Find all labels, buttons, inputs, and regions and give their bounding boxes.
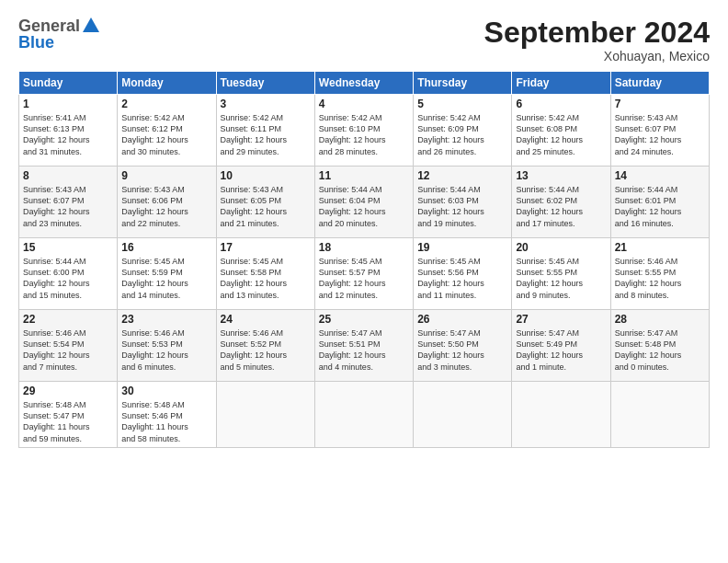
day-info: Sunrise: 5:45 AM Sunset: 5:56 PM Dayligh… [417,256,507,301]
calendar-cell [414,382,512,448]
day-info: Sunrise: 5:42 AM Sunset: 6:11 PM Dayligh… [221,112,311,157]
day-info: Sunrise: 5:42 AM Sunset: 6:10 PM Dayligh… [319,112,409,157]
calendar-cell: 7Sunrise: 5:43 AM Sunset: 6:07 PM Daylig… [610,95,709,167]
calendar-cell: 24Sunrise: 5:46 AM Sunset: 5:52 PM Dayli… [216,310,314,382]
day-number: 5 [417,98,507,110]
day-info: Sunrise: 5:43 AM Sunset: 6:05 PM Dayligh… [221,184,311,229]
day-number: 9 [121,169,211,182]
day-number: 3 [221,98,311,110]
day-info: Sunrise: 5:44 AM Sunset: 6:04 PM Dayligh… [319,184,409,229]
calendar-cell: 8Sunrise: 5:43 AM Sunset: 6:07 PM Daylig… [19,167,118,238]
calendar-cell: 27Sunrise: 5:47 AM Sunset: 5:49 PM Dayli… [512,310,610,382]
calendar-cell: 28Sunrise: 5:47 AM Sunset: 5:48 PM Dayli… [610,310,709,382]
day-number: 19 [417,241,507,254]
day-number: 23 [121,313,211,326]
day-number: 6 [516,98,606,110]
day-info: Sunrise: 5:47 AM Sunset: 5:48 PM Dayligh… [615,327,705,373]
day-info: Sunrise: 5:48 AM Sunset: 5:46 PM Dayligh… [121,399,211,444]
day-number: 25 [319,313,409,326]
calendar-table: SundayMondayTuesdayWednesdayThursdayFrid… [18,71,710,448]
day-info: Sunrise: 5:43 AM Sunset: 6:07 PM Dayligh… [615,112,705,157]
day-info: Sunrise: 5:45 AM Sunset: 5:58 PM Dayligh… [221,256,311,301]
day-info: Sunrise: 5:46 AM Sunset: 5:54 PM Dayligh… [23,327,113,373]
day-number: 24 [221,313,311,326]
calendar-cell [216,382,314,448]
day-number: 1 [23,98,113,110]
day-number: 28 [615,313,705,326]
day-info: Sunrise: 5:43 AM Sunset: 6:06 PM Dayligh… [121,184,211,229]
calendar-cell: 29Sunrise: 5:48 AM Sunset: 5:47 PM Dayli… [19,382,118,448]
calendar-cell: 20Sunrise: 5:45 AM Sunset: 5:55 PM Dayli… [512,238,610,310]
calendar-cell: 15Sunrise: 5:44 AM Sunset: 6:00 PM Dayli… [19,238,118,310]
day-number: 18 [319,241,409,254]
day-number: 4 [319,98,409,110]
weekday-header: Monday [118,72,216,95]
day-info: Sunrise: 5:45 AM Sunset: 5:55 PM Dayligh… [516,256,606,301]
logo-general: General [18,17,80,35]
day-info: Sunrise: 5:45 AM Sunset: 5:59 PM Dayligh… [121,256,211,301]
weekday-header: Sunday [19,72,118,95]
calendar-cell: 18Sunrise: 5:45 AM Sunset: 5:57 PM Dayli… [314,238,413,310]
calendar-cell [512,382,610,448]
day-number: 17 [221,241,311,254]
day-info: Sunrise: 5:47 AM Sunset: 5:49 PM Dayligh… [516,327,606,373]
day-number: 16 [121,241,211,254]
calendar-cell: 1Sunrise: 5:41 AM Sunset: 6:13 PM Daylig… [19,95,118,167]
day-info: Sunrise: 5:47 AM Sunset: 5:51 PM Dayligh… [319,327,409,373]
logo-blue: Blue [18,34,101,52]
day-number: 10 [221,169,311,182]
day-info: Sunrise: 5:46 AM Sunset: 5:53 PM Dayligh… [121,327,211,373]
calendar-cell: 17Sunrise: 5:45 AM Sunset: 5:58 PM Dayli… [216,238,314,310]
calendar-cell: 10Sunrise: 5:43 AM Sunset: 6:05 PM Dayli… [216,167,314,238]
day-number: 29 [23,385,113,397]
calendar-cell: 25Sunrise: 5:47 AM Sunset: 5:51 PM Dayli… [314,310,413,382]
day-info: Sunrise: 5:43 AM Sunset: 6:07 PM Dayligh… [23,184,113,229]
svg-marker-0 [83,17,99,32]
calendar-cell: 12Sunrise: 5:44 AM Sunset: 6:03 PM Dayli… [414,167,512,238]
day-info: Sunrise: 5:41 AM Sunset: 6:13 PM Dayligh… [23,112,113,157]
day-info: Sunrise: 5:48 AM Sunset: 5:47 PM Dayligh… [23,399,113,444]
day-number: 22 [23,313,113,326]
day-number: 30 [121,385,211,397]
day-number: 15 [23,241,113,254]
day-info: Sunrise: 5:44 AM Sunset: 6:00 PM Dayligh… [23,256,113,301]
day-number: 12 [417,169,507,182]
logo: General Blue [18,17,101,52]
day-info: Sunrise: 5:42 AM Sunset: 6:09 PM Dayligh… [417,112,507,157]
day-number: 11 [319,169,409,182]
day-info: Sunrise: 5:42 AM Sunset: 6:08 PM Dayligh… [516,112,606,157]
calendar-cell: 13Sunrise: 5:44 AM Sunset: 6:02 PM Dayli… [512,167,610,238]
day-info: Sunrise: 5:44 AM Sunset: 6:01 PM Dayligh… [615,184,705,229]
calendar-cell [610,382,709,448]
weekday-header: Friday [512,72,610,95]
calendar-cell: 11Sunrise: 5:44 AM Sunset: 6:04 PM Dayli… [314,167,413,238]
day-info: Sunrise: 5:44 AM Sunset: 6:02 PM Dayligh… [516,184,606,229]
calendar-cell: 23Sunrise: 5:46 AM Sunset: 5:53 PM Dayli… [118,310,216,382]
day-number: 13 [516,169,606,182]
day-number: 7 [615,98,705,110]
calendar-cell: 6Sunrise: 5:42 AM Sunset: 6:08 PM Daylig… [512,95,610,167]
page-header: General Blue September 2024 Xohuayan, Me… [18,17,710,63]
calendar-cell: 19Sunrise: 5:45 AM Sunset: 5:56 PM Dayli… [414,238,512,310]
day-info: Sunrise: 5:44 AM Sunset: 6:03 PM Dayligh… [417,184,507,229]
day-number: 26 [417,313,507,326]
calendar-cell: 4Sunrise: 5:42 AM Sunset: 6:10 PM Daylig… [314,95,413,167]
title-block: September 2024 Xohuayan, Mexico [484,17,710,63]
weekday-header: Thursday [414,72,512,95]
calendar-cell: 9Sunrise: 5:43 AM Sunset: 6:06 PM Daylig… [118,167,216,238]
calendar-cell [314,382,413,448]
day-info: Sunrise: 5:45 AM Sunset: 5:57 PM Dayligh… [319,256,409,301]
calendar-cell: 30Sunrise: 5:48 AM Sunset: 5:46 PM Dayli… [118,382,216,448]
day-number: 14 [615,169,705,182]
calendar-cell: 22Sunrise: 5:46 AM Sunset: 5:54 PM Dayli… [19,310,118,382]
calendar-cell: 14Sunrise: 5:44 AM Sunset: 6:01 PM Dayli… [610,167,709,238]
day-number: 20 [516,241,606,254]
day-info: Sunrise: 5:46 AM Sunset: 5:55 PM Dayligh… [615,256,705,301]
calendar-cell: 2Sunrise: 5:42 AM Sunset: 6:12 PM Daylig… [118,95,216,167]
day-info: Sunrise: 5:47 AM Sunset: 5:50 PM Dayligh… [417,327,507,373]
weekday-header: Tuesday [216,72,314,95]
calendar-cell: 3Sunrise: 5:42 AM Sunset: 6:11 PM Daylig… [216,95,314,167]
calendar-cell: 5Sunrise: 5:42 AM Sunset: 6:09 PM Daylig… [414,95,512,167]
calendar-cell: 16Sunrise: 5:45 AM Sunset: 5:59 PM Dayli… [118,238,216,310]
day-info: Sunrise: 5:42 AM Sunset: 6:12 PM Dayligh… [121,112,211,157]
